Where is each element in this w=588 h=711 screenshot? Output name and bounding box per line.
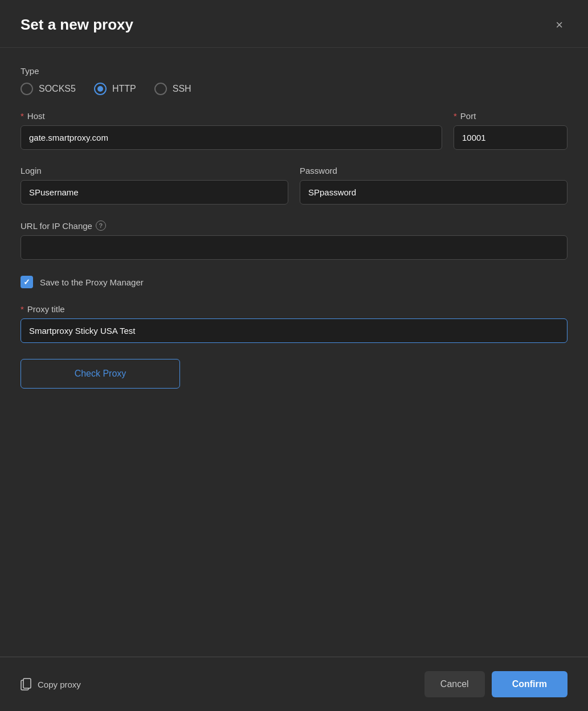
dialog-header: Set a new proxy ×	[0, 0, 588, 47]
proxy-title-label: * Proxy title	[21, 304, 567, 314]
type-label: Type	[21, 66, 567, 76]
login-password-row: Login Password	[21, 166, 567, 205]
cancel-button[interactable]: Cancel	[424, 671, 485, 697]
footer-right: Cancel Confirm	[424, 671, 567, 697]
url-ip-change-input[interactable]	[21, 235, 567, 260]
radio-circle-http	[94, 83, 107, 95]
url-ip-change-section: URL for IP Change ?	[21, 220, 567, 260]
login-input[interactable]	[21, 180, 288, 205]
proxy-title-label-text: Proxy title	[27, 304, 65, 314]
port-label: * Port	[454, 111, 567, 121]
copy-icon	[21, 678, 32, 690]
confirm-button[interactable]: Confirm	[492, 671, 567, 697]
host-required-star: *	[21, 111, 24, 121]
checkbox-check-icon: ✓	[23, 278, 30, 286]
host-port-row: * Host * Port	[21, 111, 567, 150]
radio-option-socks5[interactable]: SOCKS5	[21, 83, 76, 95]
login-label-text: Login	[21, 166, 42, 175]
save-to-proxy-row[interactable]: ✓ Save to the Proxy Manager	[21, 276, 567, 288]
password-label: Password	[300, 166, 567, 175]
copy-proxy-label: Copy proxy	[38, 680, 81, 689]
set-new-proxy-dialog: Set a new proxy × Type SOCKS5 HTTP	[0, 0, 588, 711]
check-proxy-button[interactable]: Check Proxy	[21, 359, 180, 389]
login-section: Login	[21, 166, 288, 205]
dialog-title: Set a new proxy	[21, 16, 133, 34]
proxy-title-required-star: *	[21, 304, 24, 314]
radio-circle-ssh	[154, 83, 167, 95]
radio-option-http[interactable]: HTTP	[94, 83, 136, 95]
host-input[interactable]	[21, 125, 442, 150]
type-radio-group: SOCKS5 HTTP SSH	[21, 83, 567, 95]
save-to-proxy-checkbox[interactable]: ✓	[21, 276, 33, 288]
port-input[interactable]	[454, 125, 567, 150]
host-label: * Host	[21, 111, 442, 121]
save-to-proxy-label: Save to the Proxy Manager	[40, 277, 144, 287]
radio-label-ssh: SSH	[173, 84, 191, 94]
close-button[interactable]: ×	[551, 17, 567, 34]
proxy-title-section: * Proxy title	[21, 304, 567, 343]
url-ip-change-help-icon[interactable]: ?	[96, 220, 106, 231]
radio-circle-socks5	[21, 83, 33, 95]
host-label-text: Host	[27, 111, 45, 121]
radio-label-http: HTTP	[112, 84, 136, 94]
password-section: Password	[300, 166, 567, 205]
radio-option-ssh[interactable]: SSH	[154, 83, 191, 95]
host-section: * Host	[21, 111, 442, 150]
type-section: Type SOCKS5 HTTP SSH	[21, 66, 567, 95]
radio-inner-http	[97, 86, 103, 92]
url-ip-change-label: URL for IP Change ?	[21, 220, 567, 231]
dialog-body: Type SOCKS5 HTTP SSH	[0, 48, 588, 656]
port-section: * Port	[454, 111, 567, 150]
proxy-title-input[interactable]	[21, 318, 567, 343]
svg-rect-1	[23, 679, 31, 688]
password-input[interactable]	[300, 180, 567, 205]
radio-label-socks5: SOCKS5	[39, 84, 76, 94]
copy-proxy-button[interactable]: Copy proxy	[21, 678, 81, 690]
port-required-star: *	[454, 111, 457, 121]
port-label-text: Port	[460, 111, 476, 121]
url-ip-change-label-text: URL for IP Change	[21, 221, 92, 231]
password-label-text: Password	[300, 166, 337, 175]
login-label: Login	[21, 166, 288, 175]
dialog-footer: Copy proxy Cancel Confirm	[0, 657, 588, 711]
